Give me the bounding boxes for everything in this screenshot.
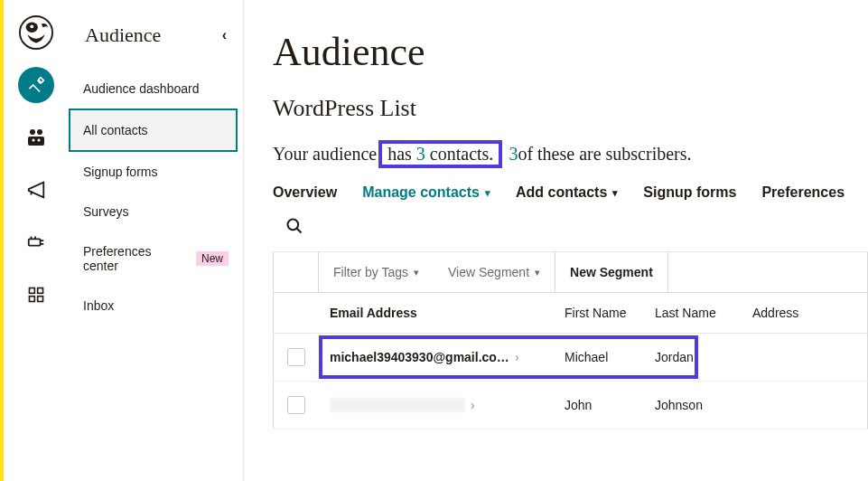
cell-first-name: John: [554, 383, 644, 427]
menu-preferences[interactable]: Preferences: [761, 184, 845, 201]
redacted-email: [330, 398, 465, 412]
new-badge: New: [196, 251, 229, 266]
list-title: WordPress List: [273, 95, 868, 122]
menu-manage-contacts[interactable]: Manage contacts▾: [362, 184, 490, 201]
contacts-table: Filter by Tags▾ View Segment▾ New Segmen…: [273, 252, 868, 429]
table-row[interactable]: michael39403930@gmail.co…› Michael Jorda…: [273, 334, 868, 382]
sidebar: Audience ‹ Audience dashboard All contac…: [69, 0, 244, 481]
row-checkbox[interactable]: [287, 348, 305, 366]
menu-add-contacts[interactable]: Add contacts▾: [516, 184, 618, 201]
rail-apps-icon[interactable]: [18, 277, 54, 313]
page-title: Audience: [273, 29, 868, 75]
cell-last-name: Johnson: [644, 383, 742, 427]
rail-automations-icon[interactable]: [18, 224, 54, 260]
svg-point-7: [38, 139, 41, 142]
chevron-down-icon: ▾: [612, 187, 618, 199]
cell-email[interactable]: michael39403930@gmail.co…›: [319, 335, 554, 379]
svg-rect-12: [38, 297, 43, 302]
svg-rect-10: [38, 288, 43, 294]
svg-point-4: [37, 129, 42, 135]
row-checkbox[interactable]: [287, 396, 305, 414]
chevron-right-icon: ›: [471, 398, 475, 412]
column-first-name[interactable]: First Name: [554, 293, 644, 333]
sidebar-item-signup-forms[interactable]: Signup forms: [69, 152, 243, 192]
sidebar-item-surveys[interactable]: Surveys: [69, 192, 243, 231]
table-header-row: Email Address First Name Last Name Addre…: [273, 293, 868, 334]
chevron-down-icon: ▾: [414, 267, 419, 278]
cell-email[interactable]: ›: [319, 383, 554, 427]
view-segment[interactable]: View Segment▾: [434, 252, 555, 292]
svg-point-6: [33, 139, 35, 142]
menu-overview[interactable]: Overview: [273, 184, 337, 201]
main-content: Audience WordPress List Your audience ha…: [244, 0, 868, 481]
rail-create-icon[interactable]: [18, 67, 54, 103]
audience-menu: Overview Manage contacts▾ Add contacts▾ …: [273, 184, 868, 201]
cell-last-name: Jordan: [644, 335, 742, 379]
menu-signup-forms[interactable]: Signup forms: [643, 184, 736, 201]
svg-rect-9: [30, 288, 35, 294]
subscribers-count-link[interactable]: 3: [509, 144, 518, 165]
sidebar-item-all-contacts[interactable]: All contacts: [69, 108, 238, 152]
chevron-down-icon: ▾: [535, 267, 540, 278]
svg-rect-5: [28, 137, 44, 146]
cell-first-name: Michael: [554, 335, 644, 379]
svg-point-13: [288, 220, 299, 231]
new-segment-button[interactable]: New Segment: [555, 252, 668, 292]
column-email[interactable]: Email Address: [319, 293, 554, 333]
toolbar-leading-cell: [274, 252, 319, 292]
sidebar-item-inbox[interactable]: Inbox: [69, 286, 243, 325]
rail-campaigns-icon[interactable]: [18, 172, 54, 208]
svg-point-0: [20, 16, 52, 49]
column-last-name[interactable]: Last Name: [644, 293, 742, 333]
audience-summary: Your audience has 3 contacts. 3 of these…: [273, 140, 868, 168]
chevron-right-icon: ›: [515, 350, 519, 364]
svg-rect-8: [29, 239, 41, 245]
highlight-contacts-count: has 3 contacts.: [378, 140, 502, 168]
rail-audience-icon[interactable]: [18, 119, 54, 156]
collapse-icon[interactable]: ‹: [222, 27, 227, 43]
svg-point-2: [30, 24, 33, 28]
svg-point-3: [30, 129, 35, 135]
search-icon[interactable]: [285, 222, 303, 238]
chevron-down-icon: ▾: [485, 187, 490, 199]
sidebar-item-preferences-center[interactable]: Preferences center New: [69, 231, 243, 286]
table-row[interactable]: › John Johnson: [273, 382, 868, 429]
svg-rect-11: [30, 297, 35, 302]
column-address[interactable]: Address: [742, 293, 832, 333]
logo-icon[interactable]: [18, 14, 54, 51]
sidebar-title: Audience: [85, 24, 161, 47]
filter-by-tags[interactable]: Filter by Tags▾: [319, 252, 434, 292]
sidebar-item-dashboard[interactable]: Audience dashboard: [69, 69, 243, 108]
icon-rail: [4, 0, 69, 481]
